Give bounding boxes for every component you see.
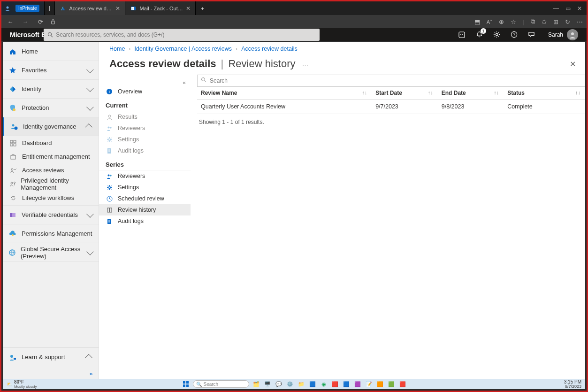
taskbar-app-11[interactable]: 🟧 — [376, 380, 384, 388]
nav-favorites[interactable]: Favorites — [3, 61, 99, 80]
notifications-button[interactable]: 1 — [476, 31, 483, 38]
browser-titlebar: InPrivate Access review details - Micros… — [1, 1, 587, 15]
feedback-button[interactable] — [528, 31, 535, 38]
taskbar-app-5[interactable]: 🟦 — [308, 380, 317, 388]
sort-icon[interactable]: ↑↓ — [575, 90, 580, 95]
svg-point-26 — [11, 169, 13, 170]
nav-pim[interactable]: Privileged Identity Management — [3, 177, 99, 191]
sort-icon[interactable]: ↑↓ — [362, 90, 367, 95]
window-minimize[interactable]: — — [553, 5, 559, 12]
nav-identity[interactable]: Identity — [3, 80, 99, 99]
svg-point-38 — [107, 126, 109, 128]
addr-action-3[interactable]: ☆ — [511, 18, 516, 25]
new-tab-button[interactable]: + — [196, 1, 209, 15]
nav-protection[interactable]: Protection — [3, 99, 99, 117]
blade-overview[interactable]: i Overview — [99, 86, 191, 97]
svg-rect-6 — [52, 21, 55, 24]
close-icon[interactable]: ✕ — [115, 5, 120, 12]
start-button[interactable] — [182, 380, 190, 388]
nav-entitlement[interactable]: Entitlement management — [3, 150, 99, 163]
blade-current-audit[interactable]: Audit logs — [99, 145, 191, 156]
nav-permissions-management[interactable]: Permissions Management — [3, 224, 99, 243]
taskbar-app-12[interactable]: 🟩 — [387, 380, 396, 388]
nav-access-reviews[interactable]: Access reviews — [3, 163, 99, 177]
taskbar-app-13[interactable]: 🟥 — [398, 380, 407, 388]
taskbar-app-1[interactable]: 🖥️ — [263, 380, 272, 388]
table-search[interactable] — [197, 75, 585, 87]
taskbar-app-2[interactable]: 💬 — [275, 380, 283, 388]
close-icon[interactable]: ✕ — [186, 5, 191, 12]
nav-global-secure-access[interactable]: Global Secure Access (Preview) — [3, 243, 99, 262]
lock-icon[interactable] — [50, 19, 61, 24]
addr-action-4[interactable]: ⧉ — [531, 18, 535, 25]
window-maximize[interactable]: ▭ — [565, 5, 571, 12]
col-start-date[interactable]: Start Date↑↓ — [372, 87, 438, 100]
global-search-input[interactable] — [56, 31, 316, 38]
settings-button[interactable] — [493, 31, 500, 38]
addr-action-2[interactable]: ⊕ — [499, 18, 504, 25]
close-blade-button[interactable]: ✕ — [570, 60, 576, 69]
svg-point-27 — [11, 182, 13, 184]
nav-lifecycle[interactable]: Lifecycle workflows — [3, 191, 99, 206]
nav-reload-button[interactable]: ⟳ — [35, 18, 46, 25]
addr-action-6[interactable]: ⊞ — [553, 18, 558, 25]
help-button[interactable]: ? — [511, 31, 518, 38]
addr-action-7[interactable]: ↻ — [565, 18, 570, 25]
global-search[interactable] — [44, 29, 320, 41]
blade-series-scheduled[interactable]: Scheduled review — [99, 193, 191, 204]
sort-icon[interactable]: ↑↓ — [428, 90, 433, 95]
svg-point-11 — [462, 34, 463, 35]
blade-current-settings[interactable]: Settings — [99, 134, 191, 145]
taskbar-app-10[interactable]: 📝 — [365, 380, 373, 388]
blade-current-results[interactable]: Results — [99, 111, 191, 123]
svg-rect-60 — [186, 384, 189, 387]
user-menu[interactable]: Sarah — [548, 29, 578, 40]
nav-collapse-button[interactable]: « — [3, 366, 99, 380]
taskbar-app-3[interactable]: ⚙️ — [286, 380, 294, 388]
tab-overview-icon[interactable] — [45, 1, 55, 15]
taskbar-clock[interactable]: 3:15 PM 9/7/2023 — [564, 380, 581, 389]
browser-tab-0[interactable]: Access review details - Microso… ✕ — [55, 1, 125, 15]
col-review-name[interactable]: Review Name↑↓ — [197, 87, 372, 100]
taskbar-app-8[interactable]: 🟦 — [342, 380, 351, 388]
table-search-input[interactable] — [197, 75, 585, 87]
taskbar-search[interactable]: 🔍Search — [193, 380, 249, 388]
copilot-icon[interactable] — [458, 31, 466, 38]
more-button[interactable]: … — [302, 60, 309, 68]
addr-action-8[interactable]: ⋯ — [577, 18, 583, 25]
crumb-details[interactable]: Access review details — [241, 46, 298, 52]
col-status[interactable]: Status↑↓ — [504, 87, 585, 100]
nav-dashboard[interactable]: Dashboard — [3, 136, 99, 150]
taskbar-weather[interactable]: ⛅ 80°F Mostly cloudy — [7, 379, 37, 389]
nav-back-button[interactable]: ← — [5, 18, 15, 25]
taskbar-app-9[interactable]: 🟪 — [353, 380, 362, 388]
crumb-idgov[interactable]: Identity Governance | Access reviews — [135, 46, 232, 52]
nav-home[interactable]: Home — [3, 42, 99, 61]
window-close[interactable]: ✕ — [577, 5, 582, 12]
blade-series-history[interactable]: Review history — [99, 204, 191, 215]
crumb-home[interactable]: Home — [109, 46, 125, 52]
taskbar-app-7[interactable]: 🟥 — [331, 380, 339, 388]
taskbar-app-4[interactable]: 📁 — [297, 380, 305, 388]
blade-series-settings[interactable]: Settings — [99, 182, 191, 193]
blade-current-reviewers[interactable]: Reviewers — [99, 123, 191, 134]
addr-action-5[interactable]: ✩ — [542, 18, 547, 25]
nav-verifiable-credentials[interactable]: Verifiable credentials — [3, 206, 99, 224]
addr-action-0[interactable]: ⬒ — [474, 18, 480, 25]
outlook-icon: o — [130, 5, 137, 12]
taskbar-app-6[interactable]: ◉ — [320, 380, 328, 388]
col-end-date[interactable]: End Date↑↓ — [438, 87, 504, 100]
blade-series-reviewers[interactable]: Reviewers — [99, 170, 191, 182]
addr-action-1[interactable]: A» — [487, 18, 492, 25]
svg-rect-30 — [12, 213, 15, 217]
table-row[interactable]: Quarterly User Accounts Review 9/7/2023 … — [197, 100, 585, 114]
blade-series-audit[interactable]: Audit logs — [99, 215, 191, 227]
blade-nav-collapse[interactable]: « — [99, 77, 191, 86]
avatar — [567, 29, 578, 40]
sort-icon[interactable]: ↑↓ — [494, 90, 499, 95]
nav-learn-support[interactable]: Learn & support — [3, 347, 99, 366]
taskbar-app-0[interactable]: 🗂️ — [252, 380, 260, 388]
nav-identity-governance[interactable]: Identity governance — [3, 117, 99, 136]
browser-tab-1[interactable]: o Mail - Zack - Outlook ✕ — [125, 1, 196, 15]
svg-rect-9 — [459, 32, 465, 38]
